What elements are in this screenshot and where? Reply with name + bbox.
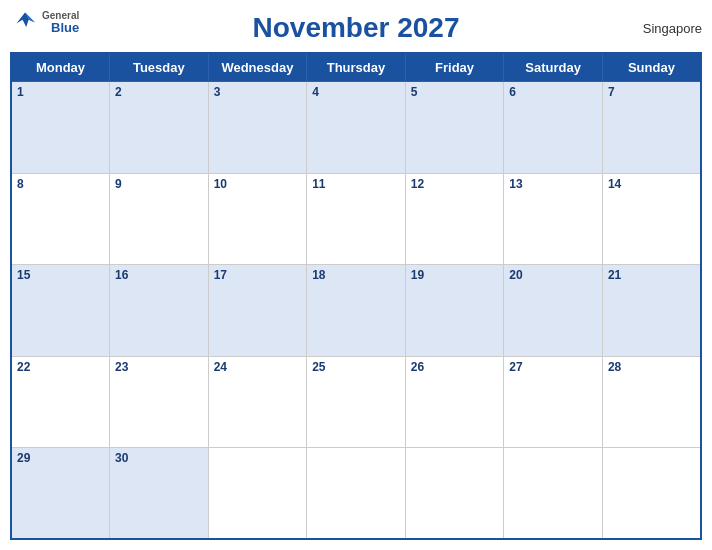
calendar-cell: 2 bbox=[110, 82, 209, 174]
logo-bird-icon bbox=[10, 10, 40, 32]
calendar-cell: 20 bbox=[504, 265, 603, 357]
calendar-cell bbox=[602, 448, 701, 540]
calendar-cell: 1 bbox=[11, 82, 110, 174]
calendar-wrapper: General Blue November 2027 Singapore Mon… bbox=[0, 0, 712, 550]
day-number: 22 bbox=[17, 360, 104, 374]
day-number: 10 bbox=[214, 177, 302, 191]
day-number: 8 bbox=[17, 177, 104, 191]
calendar-thead: Monday Tuesday Wednesday Thursday Friday… bbox=[11, 53, 701, 82]
day-number: 4 bbox=[312, 85, 400, 99]
calendar-week-row: 2930 bbox=[11, 448, 701, 540]
calendar-week-row: 15161718192021 bbox=[11, 265, 701, 357]
day-number: 29 bbox=[17, 451, 104, 465]
calendar-cell: 10 bbox=[208, 173, 307, 265]
day-number: 21 bbox=[608, 268, 695, 282]
calendar-cell: 11 bbox=[307, 173, 406, 265]
calendar-cell: 14 bbox=[602, 173, 701, 265]
calendar-body: 1234567891011121314151617181920212223242… bbox=[11, 82, 701, 540]
day-number: 13 bbox=[509, 177, 597, 191]
weekday-header-row: Monday Tuesday Wednesday Thursday Friday… bbox=[11, 53, 701, 82]
calendar-cell bbox=[307, 448, 406, 540]
col-tuesday: Tuesday bbox=[110, 53, 209, 82]
col-wednesday: Wednesday bbox=[208, 53, 307, 82]
calendar-cell: 13 bbox=[504, 173, 603, 265]
day-number: 11 bbox=[312, 177, 400, 191]
calendar-cell: 3 bbox=[208, 82, 307, 174]
day-number: 24 bbox=[214, 360, 302, 374]
calendar-cell: 8 bbox=[11, 173, 110, 265]
calendar-cell bbox=[504, 448, 603, 540]
calendar-title: November 2027 bbox=[252, 12, 459, 44]
calendar-cell: 27 bbox=[504, 356, 603, 448]
region-label: Singapore bbox=[643, 21, 702, 36]
calendar-cell: 5 bbox=[405, 82, 504, 174]
col-thursday: Thursday bbox=[307, 53, 406, 82]
day-number: 18 bbox=[312, 268, 400, 282]
calendar-cell bbox=[208, 448, 307, 540]
calendar-cell: 24 bbox=[208, 356, 307, 448]
day-number: 30 bbox=[115, 451, 203, 465]
calendar-cell: 29 bbox=[11, 448, 110, 540]
calendar-cell: 21 bbox=[602, 265, 701, 357]
day-number: 26 bbox=[411, 360, 499, 374]
calendar-cell: 12 bbox=[405, 173, 504, 265]
logo-block: General Blue bbox=[10, 10, 79, 35]
calendar-cell: 22 bbox=[11, 356, 110, 448]
calendar-cell: 7 bbox=[602, 82, 701, 174]
calendar-cell: 25 bbox=[307, 356, 406, 448]
day-number: 2 bbox=[115, 85, 203, 99]
day-number: 25 bbox=[312, 360, 400, 374]
calendar-header: General Blue November 2027 Singapore bbox=[10, 8, 702, 48]
calendar-cell: 23 bbox=[110, 356, 209, 448]
col-sunday: Sunday bbox=[602, 53, 701, 82]
day-number: 7 bbox=[608, 85, 695, 99]
col-monday: Monday bbox=[11, 53, 110, 82]
calendar-week-row: 22232425262728 bbox=[11, 356, 701, 448]
calendar-cell: 26 bbox=[405, 356, 504, 448]
day-number: 3 bbox=[214, 85, 302, 99]
calendar-cell: 6 bbox=[504, 82, 603, 174]
calendar-cell: 15 bbox=[11, 265, 110, 357]
calendar-cell: 9 bbox=[110, 173, 209, 265]
calendar-week-row: 1234567 bbox=[11, 82, 701, 174]
day-number: 27 bbox=[509, 360, 597, 374]
day-number: 28 bbox=[608, 360, 695, 374]
calendar-cell: 30 bbox=[110, 448, 209, 540]
day-number: 12 bbox=[411, 177, 499, 191]
day-number: 15 bbox=[17, 268, 104, 282]
col-saturday: Saturday bbox=[504, 53, 603, 82]
calendar-cell: 19 bbox=[405, 265, 504, 357]
day-number: 5 bbox=[411, 85, 499, 99]
day-number: 20 bbox=[509, 268, 597, 282]
day-number: 1 bbox=[17, 85, 104, 99]
day-number: 19 bbox=[411, 268, 499, 282]
calendar-cell: 28 bbox=[602, 356, 701, 448]
logo-blue-text: Blue bbox=[51, 21, 79, 35]
calendar-week-row: 891011121314 bbox=[11, 173, 701, 265]
calendar-cell: 4 bbox=[307, 82, 406, 174]
calendar-cell: 16 bbox=[110, 265, 209, 357]
day-number: 14 bbox=[608, 177, 695, 191]
calendar-cell: 18 bbox=[307, 265, 406, 357]
calendar-cell bbox=[405, 448, 504, 540]
col-friday: Friday bbox=[405, 53, 504, 82]
calendar-cell: 17 bbox=[208, 265, 307, 357]
day-number: 23 bbox=[115, 360, 203, 374]
calendar-table: Monday Tuesday Wednesday Thursday Friday… bbox=[10, 52, 702, 540]
day-number: 17 bbox=[214, 268, 302, 282]
logo-text-area: General Blue bbox=[42, 10, 79, 35]
day-number: 6 bbox=[509, 85, 597, 99]
day-number: 9 bbox=[115, 177, 203, 191]
day-number: 16 bbox=[115, 268, 203, 282]
